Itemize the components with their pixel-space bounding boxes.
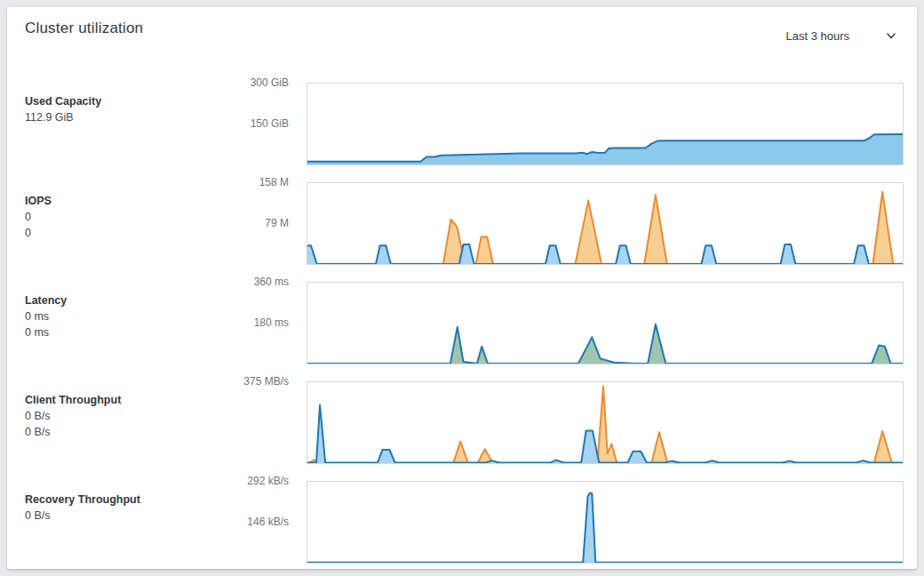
metric-row-latency: Latency 0 ms 0 ms 360 ms 180 ms <box>7 282 917 364</box>
y-axis-tick-max: 292 kB/s <box>200 474 289 488</box>
latency-chart <box>307 282 904 364</box>
metric-value: 0 <box>25 209 216 225</box>
metric-row-iops: IOPS 0 0 158 M 79 M <box>7 182 917 265</box>
metric-value: 0 ms <box>25 308 216 324</box>
metric-name: Client Throughput <box>25 392 216 408</box>
iops-area-chart <box>307 183 903 264</box>
recovery-throughput-area-chart <box>307 482 903 563</box>
time-range-dropdown[interactable]: Last 3 hours <box>785 25 897 46</box>
y-axis-tick-max: 300 GiB <box>200 76 289 90</box>
y-axis-tick-max: 158 M <box>200 175 289 189</box>
panel-header: Cluster utilization Last 3 hours <box>7 7 917 82</box>
y-axis-tick-mid: 79 M <box>200 216 289 230</box>
used-capacity-area-chart <box>307 84 903 164</box>
y-axis-tick-max: 360 ms <box>200 275 289 289</box>
metric-name: Latency <box>25 292 216 308</box>
cluster-utilization-panel: Cluster utilization Last 3 hours Used Ca… <box>7 7 917 569</box>
metric-name: Recovery Throughput <box>25 492 216 508</box>
y-axis-tick-mid: 180 ms <box>200 316 289 330</box>
chevron-down-icon <box>885 29 897 42</box>
y-axis-tick-mid: 150 GiB <box>200 116 289 131</box>
metric-name: Used Capacity <box>25 93 216 109</box>
metric-row-recovery-throughput: Recovery Throughput 0 B/s 292 kB/s 146 k… <box>7 481 917 564</box>
metric-label-block: Client Throughput 0 B/s 0 B/s <box>25 392 216 440</box>
metric-value: 0 ms <box>25 324 216 340</box>
metric-label-block: Recovery Throughput 0 B/s <box>25 492 216 524</box>
metric-row-used-capacity: Used Capacity 112.9 GiB 300 GiB 150 GiB <box>7 83 917 165</box>
metric-label-block: IOPS 0 0 <box>25 193 216 241</box>
metric-value: 0 B/s <box>25 424 216 440</box>
metric-label-block: Used Capacity 112.9 GiB <box>25 93 216 125</box>
page-title: Cluster utilization <box>25 20 143 37</box>
latency-area-chart <box>307 283 903 364</box>
client-throughput-chart <box>307 381 904 464</box>
metric-value: 0 <box>25 225 216 241</box>
y-axis-tick-mid: 146 kB/s <box>200 515 289 529</box>
iops-chart <box>307 182 904 265</box>
y-axis-tick-max: 375 MB/s <box>200 374 289 388</box>
metric-row-client-throughput: Client Throughput 0 B/s 0 B/s 375 MB/s <box>7 381 917 464</box>
metric-label-block: Latency 0 ms 0 ms <box>25 292 216 340</box>
time-range-value: Last 3 hours <box>785 29 849 43</box>
recovery-throughput-chart <box>307 481 904 564</box>
metric-value: 0 B/s <box>25 408 216 424</box>
used-capacity-chart <box>307 83 904 165</box>
metric-value: 112.9 GiB <box>25 109 216 125</box>
metric-name: IOPS <box>25 193 216 209</box>
client-throughput-area-chart <box>307 382 903 463</box>
metric-value: 0 B/s <box>25 508 216 524</box>
